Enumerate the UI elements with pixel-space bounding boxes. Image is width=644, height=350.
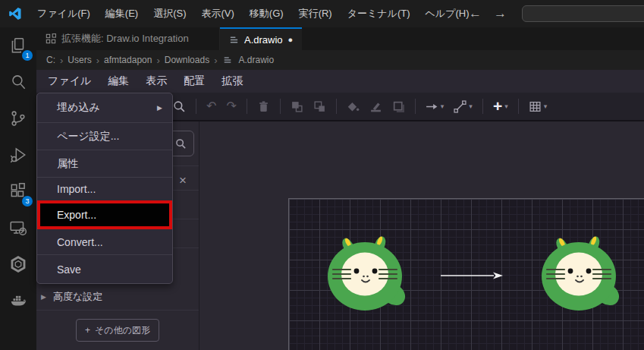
insert-button[interactable]: + ▾ [493, 99, 508, 114]
drawio-menu-edit[interactable]: 編集 [99, 73, 137, 90]
shadow-button[interactable] [392, 100, 405, 113]
vscode-logo-icon [8, 7, 22, 20]
send-to-back-icon [313, 100, 326, 113]
paint-bucket-icon [347, 100, 360, 113]
command-center-search[interactable] [522, 5, 644, 22]
extensions-badge: 3 [22, 196, 33, 207]
submenu-arrow-icon: ▶ [157, 104, 162, 112]
fill-color-button[interactable] [347, 100, 360, 113]
to-back-button[interactable] [313, 100, 326, 113]
toolbar-divider [415, 99, 416, 114]
table-grid-icon [529, 100, 542, 113]
search-icon [8, 72, 28, 92]
menu-item-page-setup[interactable]: ページ設定... [37, 123, 172, 150]
menu-selection[interactable]: 選択(S) [146, 4, 193, 24]
panel-edge [199, 121, 199, 350]
undo-button[interactable]: ↶ [206, 100, 216, 112]
trash-icon [257, 100, 270, 113]
table-button[interactable]: ▾ [529, 100, 548, 113]
nav-forward-icon[interactable]: → [494, 6, 507, 21]
menu-item-label: 埋め込み [57, 101, 100, 115]
menu-item-export-highlighted[interactable]: Export... [37, 200, 172, 229]
breadcrumb: C: › Users › afmtadapon › Downloads › A.… [36, 50, 644, 70]
breadcrumb-file[interactable]: A.drawio [238, 55, 274, 65]
advanced-settings-toggle[interactable]: ▶ 高度な設定 [41, 287, 199, 307]
plus-icon: + [85, 325, 90, 336]
plus-icon: + [493, 98, 502, 114]
more-shapes-button[interactable]: + その他の図形 [76, 319, 159, 342]
drawio-menubar: ファイル 編集 表示 配置 拡張 [36, 70, 644, 93]
toolbar-divider [247, 99, 247, 114]
tab-label: A.drawio [244, 34, 283, 46]
menu-item-save[interactable]: Save [37, 255, 172, 283]
tab-drawio-extension[interactable]: 拡張機能: Draw.io Integration [36, 27, 220, 50]
toolbar-divider [336, 99, 337, 114]
zoom-button[interactable] [173, 100, 186, 113]
menu-item-convert[interactable]: Convert... [37, 229, 172, 254]
menu-help[interactable]: ヘルプ(H) [419, 4, 476, 24]
menu-go[interactable]: 移動(G) [243, 4, 291, 24]
modified-dot[interactable]: ● [288, 36, 294, 44]
connection-style-button[interactable]: ▾ [426, 100, 445, 113]
activity-bar: 1 3 [0, 27, 36, 350]
drawio-menu-file[interactable]: ファイル [39, 73, 99, 90]
chevron-right-icon: › [214, 55, 217, 66]
cat-costume-shape-left[interactable] [325, 235, 409, 311]
chevron-right-icon: › [60, 55, 63, 66]
redo-button[interactable]: ↷ [226, 100, 236, 112]
menu-edit[interactable]: 編集(E) [99, 4, 145, 24]
menu-item-import[interactable]: Import... [37, 178, 172, 200]
menu-item-embed[interactable]: 埋め込み ▶ [37, 93, 172, 122]
docker-whale-icon [8, 291, 28, 311]
explorer-button[interactable]: 1 [0, 27, 36, 64]
hexagon-ring-icon [8, 254, 28, 274]
magnifier-icon [173, 100, 186, 113]
arrow-right-icon [426, 100, 438, 113]
docker-button[interactable] [0, 282, 36, 319]
toolbar-divider [280, 99, 281, 114]
close-icon[interactable]: × [179, 173, 187, 188]
line-color-button[interactable] [369, 100, 382, 113]
menu-terminal[interactable]: ターミナル(T) [341, 4, 417, 24]
cat-costume-shape-right[interactable] [539, 235, 623, 311]
extensions-button[interactable]: 3 [0, 173, 36, 210]
menu-run[interactable]: 実行(R) [292, 4, 339, 24]
breadcrumb-drive[interactable]: C: [46, 55, 55, 65]
menubar: ファイル(F) 編集(E) 選択(S) 表示(V) 移動(G) 実行(R) ター… [30, 4, 476, 24]
advanced-settings-label: 高度な設定 [53, 290, 102, 304]
nav-back-icon[interactable]: ← [469, 6, 482, 21]
tab-label: 拡張機能: Draw.io Integration [61, 32, 189, 46]
menu-item-label: 属性 [57, 157, 78, 171]
undo-icon: ↶ [206, 100, 216, 112]
connector-arrow[interactable] [439, 270, 504, 282]
delete-button[interactable] [257, 100, 270, 113]
breadcrumb-user[interactable]: afmtadapon [104, 55, 152, 65]
drawio-menu-extras[interactable]: 拡張 [213, 73, 251, 90]
to-front-button[interactable] [291, 100, 303, 113]
remote-explorer-button[interactable] [0, 210, 36, 246]
pencil-icon [369, 100, 382, 113]
menu-item-attributes[interactable]: 属性 [37, 150, 172, 177]
toolbar-divider [518, 99, 519, 114]
menu-file[interactable]: ファイル(F) [30, 4, 97, 24]
waypoint-style-button[interactable]: ▾ [454, 100, 473, 113]
breadcrumb-downloads[interactable]: Downloads [165, 55, 209, 65]
caret-down-icon: ▾ [469, 102, 473, 110]
drawio-menu-arrange[interactable]: 配置 [175, 73, 213, 90]
caret-down-icon: ▾ [544, 102, 548, 110]
source-control-button[interactable] [0, 100, 36, 137]
bring-to-front-icon [291, 100, 303, 113]
drawio-menu-view[interactable]: 表示 [137, 73, 175, 90]
extension-page-icon [46, 33, 56, 44]
line-segment-icon [454, 100, 467, 113]
menu-item-label: ページ設定... [57, 130, 119, 143]
tab-a-drawio[interactable]: A.drawio ● [220, 27, 302, 50]
breadcrumb-users[interactable]: Users [68, 55, 91, 65]
more-shapes-label: その他の図形 [95, 324, 150, 337]
hexagon-extension-button[interactable] [0, 246, 36, 282]
menu-view[interactable]: 表示(V) [195, 4, 241, 24]
redo-icon: ↷ [226, 100, 236, 112]
drawio-canvas[interactable] [288, 198, 644, 350]
search-button[interactable] [0, 64, 36, 100]
run-debug-button[interactable] [0, 137, 36, 173]
